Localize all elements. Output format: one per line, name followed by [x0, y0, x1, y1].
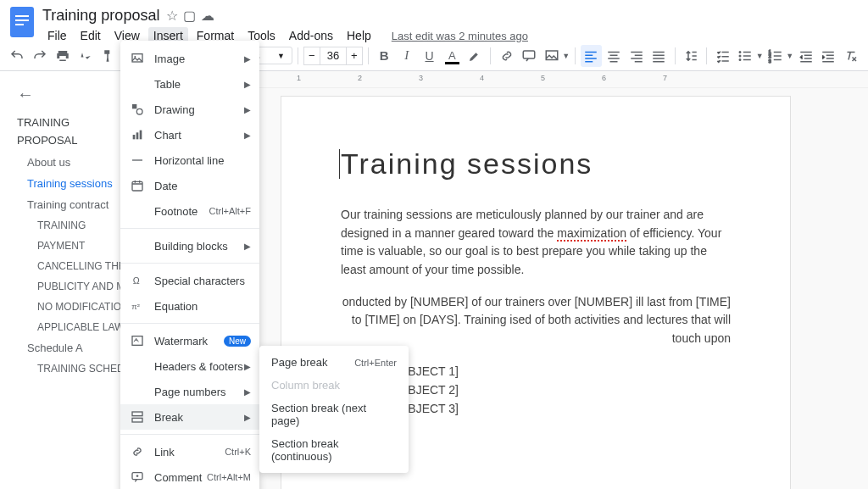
submenu-item-page-break[interactable]: Page breakCtrl+Enter: [259, 351, 409, 374]
font-size-increase[interactable]: +: [346, 47, 363, 65]
submenu-arrow-icon: ▶: [244, 413, 251, 422]
bullet-item[interactable]: [SUBJECT 1]: [388, 362, 731, 381]
align-center-button[interactable]: [604, 45, 625, 67]
spelling-error[interactable]: maximization: [557, 226, 626, 242]
numbered-list-chevron[interactable]: ▼: [786, 52, 793, 60]
submenu-item-label: Page break: [271, 356, 354, 369]
menu-edit[interactable]: Edit: [75, 27, 106, 44]
redo-button[interactable]: [30, 45, 51, 67]
menu-item-label: Date: [154, 180, 251, 192]
menu-item-footnote[interactable]: FootnoteCtrl+Alt+F: [120, 198, 259, 224]
break-submenu: Page breakCtrl+EnterColumn breakSection …: [259, 346, 409, 473]
comment-icon: [129, 470, 146, 485]
submenu-item-label: Section break (continuous): [271, 437, 397, 463]
doc-bullets[interactable]: [SUBJECT 1][SUBJECT 2][SUBJECT 3]: [388, 362, 731, 418]
submenu-item-section-break-continuous-[interactable]: Section break (continuous): [259, 432, 409, 468]
spellcheck-button[interactable]: [75, 45, 96, 67]
menu-shortcut: Ctrl+Alt+F: [209, 206, 251, 216]
menu-item-link[interactable]: LinkCtrl+K: [120, 439, 259, 464]
star-icon[interactable]: ☆: [166, 8, 178, 24]
doc-p1[interactable]: Our training sessions are meticulously p…: [341, 206, 731, 280]
bullet-list-chevron[interactable]: ▼: [756, 52, 764, 60]
image-icon: [129, 51, 146, 66]
menu-item-page-numbers[interactable]: Page numbers▶: [120, 379, 259, 404]
menu-item-equation[interactable]: π²Equation: [120, 293, 259, 319]
menu-item-image[interactable]: Image▶: [120, 46, 259, 71]
svg-point-6: [740, 51, 742, 53]
decrease-indent-button[interactable]: [795, 45, 816, 67]
numbered-list-button[interactable]: 123: [765, 45, 787, 67]
svg-rect-4: [523, 51, 535, 58]
doc-h1[interactable]: Training sessions: [341, 147, 731, 181]
increase-indent-button[interactable]: [818, 45, 839, 67]
menu-item-special-characters[interactable]: ΩSpecial characters: [120, 268, 259, 293]
insert-image-button[interactable]: [542, 45, 563, 67]
undo-button[interactable]: [7, 45, 28, 67]
highlight-color-button[interactable]: [465, 45, 486, 67]
menu-item-label: Break: [154, 411, 244, 424]
submenu-item-section-break-next-page-[interactable]: Section break (next page): [259, 397, 409, 432]
menu-item-label: Special characters: [154, 275, 251, 287]
menu-item-break[interactable]: Break▶: [120, 404, 259, 430]
underline-button[interactable]: U: [419, 45, 440, 67]
insert-link-button[interactable]: [496, 45, 517, 67]
align-right-button[interactable]: [626, 45, 647, 67]
menu-item-label: Table: [154, 78, 244, 91]
image-button-chevron[interactable]: ▼: [562, 52, 570, 60]
docs-logo-icon[interactable]: [7, 7, 37, 37]
bullet-item[interactable]: [SUBJECT 3]: [388, 399, 731, 418]
pi-icon: π²: [129, 298, 146, 314]
menu-file[interactable]: File: [42, 27, 72, 44]
italic-button[interactable]: I: [397, 45, 418, 67]
doc-title[interactable]: Training proposal: [42, 7, 159, 25]
menu-item-building-blocks[interactable]: Building blocks▶: [120, 233, 259, 258]
submenu-arrow-icon: ▶: [244, 387, 251, 397]
text-color-button[interactable]: A: [442, 45, 463, 67]
align-left-button[interactable]: [581, 45, 602, 67]
menu-item-horizontal-line[interactable]: Horizontal line: [120, 147, 259, 173]
checklist-button[interactable]: [712, 45, 733, 67]
doc-p2[interactable]: onducted by [NUMBER] of our trainers ove…: [341, 293, 731, 348]
menu-item-date[interactable]: Date: [120, 173, 259, 198]
bold-button[interactable]: B: [374, 45, 395, 67]
font-size-input[interactable]: 36: [320, 47, 346, 65]
move-icon[interactable]: ▢: [183, 8, 196, 24]
menu-item-label: Image: [154, 53, 244, 65]
menu-item-chart[interactable]: Chart▶: [120, 122, 259, 147]
font-size-decrease[interactable]: −: [303, 47, 320, 65]
ruler-mark: 1: [297, 74, 301, 82]
ruler-mark: 5: [541, 74, 545, 82]
bulleted-list-button[interactable]: [735, 45, 756, 67]
ruler-mark: 6: [602, 74, 606, 82]
last-edit-link[interactable]: Last edit was 2 minutes ago: [387, 28, 533, 44]
menu-item-label: Building blocks: [154, 240, 244, 253]
hr-icon: [129, 153, 146, 168]
date-icon: [129, 178, 146, 193]
submenu-item-label: Column break: [271, 379, 397, 392]
print-button[interactable]: [52, 45, 73, 67]
horizontal-ruler[interactable]: 1234567: [203, 71, 868, 88]
link-icon: [129, 444, 146, 459]
line-spacing-button[interactable]: [681, 45, 702, 67]
menu-help[interactable]: Help: [342, 27, 376, 44]
cloud-status-icon[interactable]: ☁: [201, 8, 214, 24]
drawing-icon: [129, 102, 146, 117]
align-justify-button[interactable]: [648, 45, 670, 67]
clear-formatting-button[interactable]: [841, 45, 862, 67]
menu-addons[interactable]: Add-ons: [284, 27, 338, 44]
menu-item-watermark[interactable]: WatermarkNew: [120, 328, 259, 353]
submenu-arrow-icon: ▶: [244, 131, 251, 140]
svg-point-8: [740, 58, 742, 60]
ruler-mark: 4: [480, 74, 484, 82]
paint-format-button[interactable]: [97, 45, 119, 67]
menu-item-drawing[interactable]: Drawing▶: [120, 97, 259, 122]
svg-rect-19: [132, 181, 142, 191]
svg-point-15: [136, 108, 142, 114]
insert-comment-button[interactable]: [519, 45, 540, 67]
menu-item-headers-footers[interactable]: Headers & footers▶: [120, 353, 259, 379]
svg-rect-0: [10, 7, 34, 37]
svg-text:3: 3: [769, 58, 771, 63]
menu-item-table[interactable]: Table▶: [120, 71, 259, 97]
menu-item-comment[interactable]: CommentCtrl+Alt+M: [120, 464, 259, 489]
bullet-item[interactable]: [SUBJECT 2]: [388, 381, 731, 399]
